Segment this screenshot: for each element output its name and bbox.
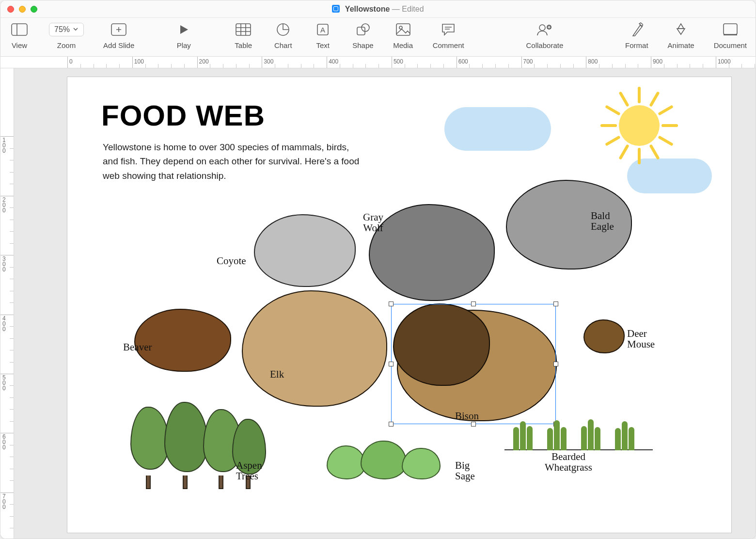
table-icon: [236, 21, 251, 38]
table-button[interactable]: Table: [229, 21, 257, 49]
play-label: Play: [177, 41, 191, 49]
app-window: Yellowstone — Edited View 75% Zoom: [0, 0, 756, 539]
chevron-down-icon: [73, 25, 79, 34]
resize-handle-s[interactable]: [471, 422, 476, 427]
comment-button[interactable]: Comment: [429, 21, 468, 49]
animate-label: Animate: [668, 41, 694, 49]
add-slide-icon: [111, 21, 126, 38]
beaver-image[interactable]: [134, 309, 231, 372]
format-label: Format: [625, 41, 648, 49]
svg-rect-6: [236, 24, 251, 35]
svg-rect-16: [396, 24, 410, 35]
document-label: Document: [714, 41, 747, 49]
titlebar: Yellowstone — Edited: [0, 0, 756, 18]
svg-point-15: [362, 24, 369, 32]
big-sage-label[interactable]: Big Sage: [455, 460, 475, 481]
editor-stage[interactable]: FOOD WEB Yellowstone is home to over 300…: [14, 68, 756, 539]
ruler-h-label: 200: [199, 58, 209, 65]
bald-eagle-label[interactable]: Bald Eagle: [591, 210, 614, 232]
add-slide-label: Add Slide: [103, 41, 134, 49]
ruler-v-label: 0: [2, 148, 6, 154]
ruler-horizontal[interactable]: 01002003004005006007008009001000: [0, 57, 756, 68]
toolbar: View 75% Zoom Add Slide: [0, 18, 756, 57]
add-slide-button[interactable]: Add Slide: [99, 21, 138, 49]
comment-icon: [441, 21, 456, 38]
resize-handle-n[interactable]: [471, 301, 476, 306]
coyote-label[interactable]: Coyote: [217, 255, 246, 266]
beaver-label[interactable]: Beaver: [123, 342, 152, 352]
aspen-trees-label[interactable]: Aspen Trees: [236, 460, 262, 481]
edited-indicator: — Edited: [392, 5, 424, 13]
ruler-v-label: 0: [2, 207, 6, 213]
slide-title[interactable]: FOOD WEB: [101, 99, 265, 132]
play-icon: [177, 21, 190, 38]
sidebar-icon: [11, 21, 28, 38]
document-icon: [723, 21, 738, 38]
svg-point-20: [539, 25, 545, 31]
media-label: Media: [393, 41, 413, 49]
svg-text:A: A: [320, 26, 325, 34]
format-button[interactable]: Format: [621, 21, 652, 49]
resize-handle-e[interactable]: [553, 362, 558, 366]
resize-handle-ne[interactable]: [553, 301, 558, 306]
text-button[interactable]: A Text: [309, 21, 337, 49]
gray-wolf-label[interactable]: Gray Wolf: [363, 212, 383, 233]
table-label: Table: [235, 41, 252, 49]
zoom-label: Zoom: [57, 41, 76, 49]
slide-body-text[interactable]: Yellowstone is home to over 300 species …: [103, 140, 360, 183]
ruler-h-label: 500: [394, 58, 403, 65]
collaborate-button[interactable]: Collaborate: [516, 21, 574, 49]
ruler-v-label: 0: [2, 504, 6, 510]
collaborate-icon: [536, 21, 553, 38]
zoom-pill[interactable]: 75%: [49, 23, 84, 36]
zoom-value: 75%: [54, 25, 70, 34]
document-button[interactable]: Document: [710, 21, 751, 49]
resize-handle-nw[interactable]: [389, 301, 394, 306]
chart-label: Chart: [274, 41, 292, 49]
zoom-button[interactable]: 75% Zoom: [45, 21, 88, 49]
animate-button[interactable]: Animate: [664, 21, 698, 49]
ruler-h-label: 400: [329, 58, 338, 65]
gray-wolf-image[interactable]: [369, 204, 495, 301]
bearded-wheatgrass-image[interactable]: [508, 416, 649, 450]
text-icon: A: [316, 21, 329, 38]
coyote-image[interactable]: [254, 214, 356, 287]
ruler-v-label: 0: [2, 267, 6, 272]
play-button[interactable]: Play: [150, 21, 218, 49]
elk-label[interactable]: Elk: [270, 369, 284, 380]
resize-handle-sw[interactable]: [389, 422, 394, 427]
svg-marker-5: [180, 25, 188, 34]
ruler-h-label: 0: [69, 58, 73, 65]
deer-mouse-image[interactable]: [583, 319, 625, 353]
ruler-h-label: 700: [523, 58, 533, 65]
shape-icon: [356, 21, 370, 38]
ruler-v-label: 0: [2, 385, 6, 391]
ruler-v-label: 0: [2, 444, 6, 450]
animate-icon: [673, 21, 689, 38]
shape-button[interactable]: Shape: [348, 21, 377, 49]
big-sage-image[interactable]: [327, 436, 448, 484]
media-icon: [396, 21, 410, 38]
resize-handle-w[interactable]: [389, 362, 394, 366]
text-label: Text: [316, 41, 330, 49]
view-button[interactable]: View: [5, 21, 33, 49]
ruler-h-label: 600: [458, 58, 468, 65]
elk-image[interactable]: [242, 290, 387, 407]
format-icon: [630, 21, 643, 38]
selection-frame[interactable]: [391, 304, 556, 424]
chart-icon: [276, 21, 290, 38]
view-label: View: [12, 41, 27, 49]
cloud-illustration[interactable]: [444, 107, 551, 151]
ruler-vertical[interactable]: 100200300400500600700: [0, 68, 14, 539]
bearded-wheatgrass-label[interactable]: Bearded Wheatgrass: [545, 451, 592, 473]
ruler-h-label: 100: [134, 58, 144, 65]
chart-button[interactable]: Chart: [269, 21, 297, 49]
ruler-v-label: 0: [2, 326, 6, 332]
sun-illustration[interactable]: [600, 87, 678, 164]
ruler-h-label: 300: [264, 58, 273, 65]
media-button[interactable]: Media: [389, 21, 417, 49]
slide-canvas[interactable]: FOOD WEB Yellowstone is home to over 300…: [67, 77, 731, 533]
svg-rect-24: [724, 24, 737, 34]
deer-mouse-label[interactable]: Deer Mouse: [627, 328, 655, 349]
ruler-h-label: 800: [588, 58, 598, 65]
